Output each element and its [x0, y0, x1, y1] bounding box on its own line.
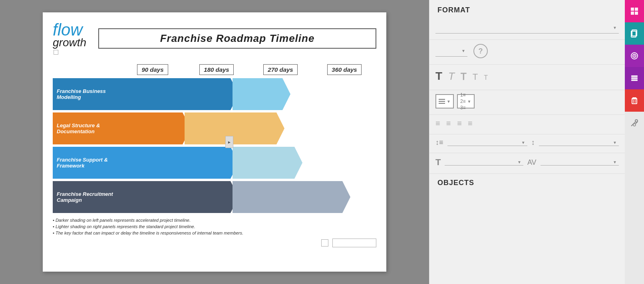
align-row: ≡ ≡ ≡ ≡	[435, 117, 619, 130]
grid-icon	[630, 7, 639, 16]
target-sidebar-button[interactable]	[625, 45, 644, 67]
svg-rect-0	[631, 8, 634, 11]
timeline-row-3: Franchise Support & Framework	[53, 147, 376, 179]
numbered-list-button[interactable]: 1≡ 2≡ 3≡ ▼	[457, 94, 475, 108]
line-spacing-row: ↕≡ ▼ ↕ ▼	[435, 136, 619, 149]
right-panel: FORMAT ▼ ▼ ? T T T T T	[429, 0, 625, 284]
layers-sidebar-button[interactable]	[625, 67, 644, 89]
target-icon	[630, 51, 639, 60]
svg-rect-1	[635, 8, 638, 11]
day-marker-270: 270 days	[248, 64, 312, 75]
align-justify-icon[interactable]: ≡	[468, 119, 473, 128]
align-left-icon[interactable]: ≡	[435, 119, 440, 128]
list-style-section: ▼ 1≡ 2≡ 3≡ ▼	[429, 90, 625, 115]
typography-section: T T T T T	[429, 65, 625, 90]
format-header: FORMAT	[429, 0, 625, 18]
text-sizing-row: T ▼ AV ▼	[435, 155, 619, 170]
bullet-list-icon	[439, 99, 445, 104]
row-1-light-arrow	[233, 78, 290, 110]
right-sidebar	[625, 0, 644, 284]
svg-rect-2	[631, 12, 634, 15]
delete-icon	[630, 96, 639, 105]
tools-icon	[630, 118, 639, 127]
title-box: Franchise Roadmap Timeline	[98, 28, 376, 49]
panel-collapse-button[interactable]: ►	[225, 136, 233, 148]
font-size-dropdown[interactable]: ▼	[435, 45, 467, 57]
svg-rect-10	[631, 77, 638, 79]
notes-section: Darker shading on left panels represents…	[53, 218, 376, 235]
text-size-arrow: ▼	[517, 160, 521, 164]
align-right-icon[interactable]: ≡	[457, 119, 462, 128]
slide-header: flow growth Franchise Roadmap Timeline	[53, 20, 376, 56]
line-spacing-dropdown[interactable]: ▼	[447, 140, 527, 146]
text-style-small[interactable]: T	[473, 72, 478, 82]
text-style-normal[interactable]: T	[435, 70, 442, 83]
font-family-dropdown[interactable]: ▼	[435, 22, 619, 34]
text-style-italic[interactable]: T	[448, 70, 455, 83]
row-2-label: Legal Structure & Documentation	[53, 112, 121, 144]
timeline-row-2: Legal Structure & Documentation	[53, 112, 376, 144]
list-buttons-row: ▼ 1≡ 2≡ 3≡ ▼	[435, 92, 619, 110]
row-2-dark-arrow	[121, 112, 191, 144]
delete-sidebar-button[interactable]	[625, 89, 644, 112]
grid-sidebar-button[interactable]	[625, 0, 644, 22]
canvas-area: ► flow growth Franchise Roadmap Timeline…	[0, 0, 429, 284]
svg-rect-14	[632, 99, 637, 104]
text-size-dropdown[interactable]: ▼	[445, 159, 523, 166]
logo-square-icon	[54, 50, 58, 55]
bottom-row	[53, 239, 376, 247]
font-size-section: ▼ ?	[429, 40, 625, 65]
slide-title: Franchise Roadmap Timeline	[107, 32, 368, 45]
row-3-arrows	[121, 147, 376, 179]
timeline-row-4: Franchise Recruitment Campaign	[53, 181, 376, 213]
text-sizing-section: T ▼ AV ▼	[429, 153, 625, 174]
font-size-arrow-icon: ▼	[461, 49, 465, 53]
dropdown-arrow-icon: ▼	[613, 26, 617, 30]
timeline-row-1: Franchise Business Modelling	[53, 78, 376, 110]
bullet-dropdown-arrow: ▼	[447, 99, 451, 104]
bullet-list-button[interactable]: ▼	[435, 94, 454, 108]
svg-rect-12	[632, 97, 636, 98]
help-button[interactable]: ?	[473, 44, 488, 58]
svg-rect-3	[635, 12, 638, 15]
align-center-icon[interactable]: ≡	[446, 119, 451, 128]
row-1-label: Franchise Business Modelling	[53, 78, 121, 110]
logo: flow growth	[53, 20, 86, 56]
tracking-arrow: ▼	[613, 160, 617, 164]
row-2-light-arrow	[185, 112, 284, 144]
text-size-icon: T	[435, 157, 441, 168]
row-3-label: Franchise Support & Framework	[53, 147, 121, 179]
slide-canvas: flow growth Franchise Roadmap Timeline 9…	[43, 12, 386, 272]
copy-icon	[630, 29, 639, 38]
tracking-dropdown[interactable]: ▼	[541, 159, 619, 166]
layers-icon	[630, 74, 639, 83]
row-4-label: Franchise Recruitment Campaign	[53, 181, 121, 213]
font-family-section: ▼	[429, 18, 625, 40]
line-spacing-section: ↕≡ ▼ ↕ ▼	[429, 134, 625, 153]
row-1-dark-arrow	[121, 78, 239, 110]
line-spacing-icon: ↕≡	[435, 138, 443, 147]
tools-sidebar-button[interactable]	[625, 112, 644, 134]
row-4-arrows	[121, 181, 376, 213]
text-style-xs[interactable]: T	[484, 74, 488, 81]
day-marker-90: 90 days	[121, 64, 185, 75]
numbered-list-icon: 1≡ 2≡ 3≡	[460, 92, 466, 110]
row-1-arrows	[121, 78, 376, 110]
bottom-large-box	[332, 239, 376, 247]
note-2: Lighter shading on right panels represen…	[53, 224, 376, 229]
objects-header: OBJECTS	[429, 174, 625, 190]
copy-sidebar-button[interactable]	[625, 22, 644, 45]
logo-growth: growth	[53, 36, 86, 49]
svg-rect-11	[631, 79, 638, 81]
svg-point-8	[634, 55, 635, 57]
text-style-outline[interactable]: T	[461, 71, 467, 82]
day-markers-row: 90 days 180 days 270 days 360 days	[121, 64, 376, 75]
row-4-light-arrow	[233, 181, 350, 213]
row-2-arrows	[121, 112, 376, 144]
typography-row: T T T T T	[435, 67, 619, 86]
row-3-light-arrow	[233, 147, 302, 179]
paragraph-spacing-dropdown[interactable]: ▼	[539, 140, 619, 146]
row-4-dark-arrow	[121, 181, 239, 213]
numbered-dropdown-arrow: ▼	[467, 99, 471, 104]
note-1: Darker shading on left panels represents…	[53, 218, 376, 223]
